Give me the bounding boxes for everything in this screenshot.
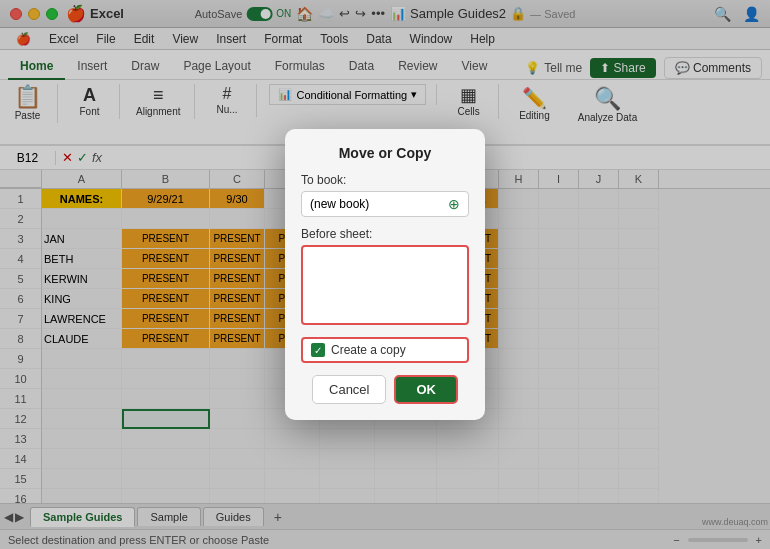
modal-overlay: Move or Copy To book: (new book) ⊕ Befor… <box>0 0 770 549</box>
ok-button[interactable]: OK <box>394 375 458 404</box>
create-copy-label: Create a copy <box>331 343 406 357</box>
create-copy-checkbox[interactable]: ✓ <box>311 343 325 357</box>
before-sheet-label: Before sheet: <box>301 227 469 241</box>
create-copy-row[interactable]: ✓ Create a copy <box>301 337 469 363</box>
modal-title: Move or Copy <box>301 145 469 161</box>
to-book-select[interactable]: (new book) ⊕ <box>301 191 469 217</box>
to-book-label: To book: <box>301 173 469 187</box>
cancel-button[interactable]: Cancel <box>312 375 386 404</box>
modal-buttons: Cancel OK <box>301 375 469 404</box>
move-copy-dialog: Move or Copy To book: (new book) ⊕ Befor… <box>285 129 485 420</box>
to-book-value: (new book) <box>310 197 369 211</box>
select-arrow-icon: ⊕ <box>448 196 460 212</box>
before-sheet-list[interactable] <box>301 245 469 325</box>
